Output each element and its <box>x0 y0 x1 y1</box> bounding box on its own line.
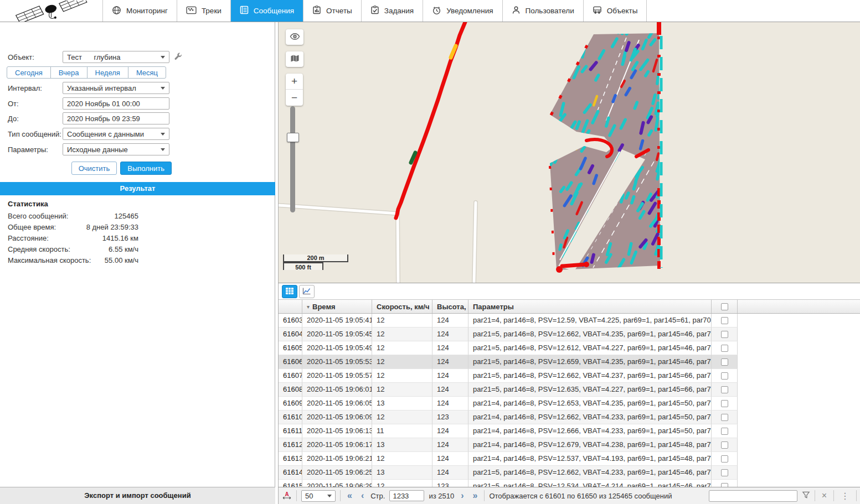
prev-page-button[interactable]: ‹ <box>359 491 366 501</box>
first-page-button[interactable]: « <box>345 491 354 501</box>
table-row[interactable]: 616142020-11-05 19:06:2513124par21=5, pa… <box>279 466 738 480</box>
cell-time: 2020-11-05 19:05:49 <box>302 341 372 355</box>
header-cell-4: Параметры <box>468 300 712 313</box>
tab-label: Уведомления <box>446 7 493 15</box>
cell-speed: 12 <box>372 328 432 341</box>
row-checkbox[interactable] <box>721 400 728 407</box>
table-row[interactable]: 616062020-11-05 19:05:5312124par21=5, pa… <box>279 355 738 369</box>
cell-speed: 12 <box>372 314 432 328</box>
preset-button-2[interactable]: Неделя <box>87 66 128 79</box>
header-cell-3: Высота, м <box>432 300 468 313</box>
from-input[interactable]: 2020 Ноябрь 01 00:00 <box>63 97 169 110</box>
stat-value: 8 дней 23:59:33 <box>61 223 138 231</box>
row-checkbox[interactable] <box>721 331 728 338</box>
map-canvas[interactable]: + − 200 m 500 ft <box>278 22 860 283</box>
row-checkbox[interactable] <box>721 372 728 380</box>
table-row[interactable]: 616102020-11-05 19:06:0912123par21=4, pa… <box>279 411 738 424</box>
chart-view-tab[interactable] <box>299 285 315 298</box>
table-row[interactable]: 616092020-11-05 19:06:0513124par21=4, pa… <box>279 397 738 411</box>
message-type-label: Тип сообщений: <box>8 130 61 138</box>
stat-value: 1415.16 км <box>61 234 138 242</box>
row-checkbox[interactable] <box>721 455 728 463</box>
row-checkbox[interactable] <box>721 386 728 393</box>
wrench-icon[interactable] <box>174 53 184 63</box>
tab-reports[interactable]: Отчеты <box>303 0 361 22</box>
cell-time: 2020-11-05 19:06:29 <box>302 480 372 487</box>
svg-text:A: A <box>285 491 289 497</box>
zoom-in-button[interactable]: + <box>286 74 303 90</box>
cell-altitude: 124 <box>432 328 468 341</box>
cell-id: 61615 <box>279 480 302 487</box>
select-all-checkbox[interactable] <box>721 303 728 310</box>
preset-button-0[interactable]: Сегодня <box>7 66 51 79</box>
table-view-tab[interactable] <box>282 285 297 298</box>
row-checkbox[interactable] <box>721 345 728 352</box>
header-cell-5 <box>712 300 738 313</box>
divider <box>484 490 485 501</box>
message-type-select[interactable]: Сообщения с данными <box>63 128 169 140</box>
funnel-icon[interactable] <box>802 491 810 501</box>
table-row[interactable]: 616112020-11-05 19:06:1311124par21=4, pa… <box>279 424 738 438</box>
cell-speed: 12 <box>372 411 432 424</box>
table-row[interactable]: 616152020-11-05 19:06:2912123par21=5, pa… <box>279 480 738 487</box>
row-checkbox[interactable] <box>721 414 728 421</box>
table-row[interactable]: 616032020-11-05 19:05:4112124par21=4, pa… <box>279 314 738 328</box>
tab-label: Сообщения <box>254 7 294 15</box>
cell-altitude: 124 <box>432 314 468 328</box>
menu-dots-icon[interactable]: ⋮ <box>838 491 852 501</box>
tab-units[interactable]: Объекты <box>583 0 647 22</box>
table-row[interactable]: 616132020-11-05 19:06:2112124par21=4, pa… <box>279 452 738 466</box>
interval-select[interactable]: Указанный интервал <box>63 82 169 94</box>
tab-monitoring[interactable]: Мониторинг <box>102 0 177 22</box>
table-row[interactable]: 616122020-11-05 19:06:1713124par21=4, pa… <box>279 438 738 452</box>
fit-columns-icon[interactable]: A <box>282 491 292 501</box>
last-page-button[interactable]: » <box>471 491 480 501</box>
tab-notifications[interactable]: Уведомления <box>423 0 502 22</box>
truck-icon <box>593 6 602 16</box>
row-checkbox[interactable] <box>721 317 728 324</box>
preset-button-3[interactable]: Месяц <box>128 66 166 79</box>
table-row[interactable]: 616042020-11-05 19:05:4512124par21=5, pa… <box>279 328 738 341</box>
cell-time: 2020-11-05 19:06:21 <box>302 452 372 466</box>
stat-row: Всего сообщений:125465 <box>0 212 275 223</box>
zoom-controls: + − <box>286 74 303 106</box>
cell-time: 2020-11-05 19:05:53 <box>302 355 372 369</box>
header-cell-1[interactable]: ▾Время <box>302 300 372 313</box>
parameters-select[interactable]: Исходные данные <box>63 143 169 155</box>
tab-messages[interactable]: Сообщения <box>230 0 303 22</box>
date-presets: СегодняВчераНеделяМесяц <box>7 66 166 79</box>
page-size-select[interactable]: 50 <box>301 490 336 502</box>
globe-icon <box>112 6 121 17</box>
filter-input[interactable] <box>709 490 797 502</box>
next-page-button[interactable]: › <box>459 491 466 501</box>
visibility-button[interactable] <box>286 29 303 45</box>
execute-button[interactable]: Выполнить <box>120 162 172 175</box>
preset-button-1[interactable]: Вчера <box>50 66 87 79</box>
to-input[interactable]: 2020 Ноябрь 09 23:59 <box>63 112 169 124</box>
row-checkbox[interactable] <box>721 358 728 366</box>
row-checkbox[interactable] <box>721 469 728 476</box>
row-checkbox[interactable] <box>721 441 728 449</box>
interval-label: Интервал: <box>8 84 42 92</box>
clear-filter-icon[interactable]: × <box>820 491 829 501</box>
layers-button[interactable] <box>286 51 303 67</box>
table-row[interactable]: 616052020-11-05 19:05:4912124par21=5, pa… <box>279 341 738 355</box>
zoom-out-button[interactable]: − <box>286 90 303 106</box>
tab-tracks[interactable]: Треки <box>177 0 230 22</box>
export-import-button[interactable]: Экспорт и импорт сообщений <box>0 487 275 504</box>
object-select[interactable]: Тест глубина <box>63 51 169 63</box>
divider <box>815 490 815 501</box>
clear-button[interactable]: Очистить <box>71 162 117 175</box>
map-graphics <box>279 22 860 283</box>
table-row[interactable]: 616072020-11-05 19:05:5712124par21=5, pa… <box>279 369 738 383</box>
tab-users[interactable]: Пользователи <box>502 0 583 22</box>
cell-params: par21=4, par146=8, PSV=12.666, VBAT=4.23… <box>468 424 712 438</box>
page-number-input[interactable] <box>389 490 424 501</box>
zoom-slider-track[interactable] <box>290 106 295 212</box>
table-row[interactable]: 616082020-11-05 19:06:0112124par21=5, pa… <box>279 383 738 397</box>
zoom-slider-handle[interactable] <box>287 133 299 142</box>
cell-speed: 12 <box>372 355 432 369</box>
row-checkbox[interactable] <box>721 428 728 435</box>
tab-jobs[interactable]: Задания <box>361 0 423 22</box>
header-label: Высота, м <box>437 303 468 311</box>
